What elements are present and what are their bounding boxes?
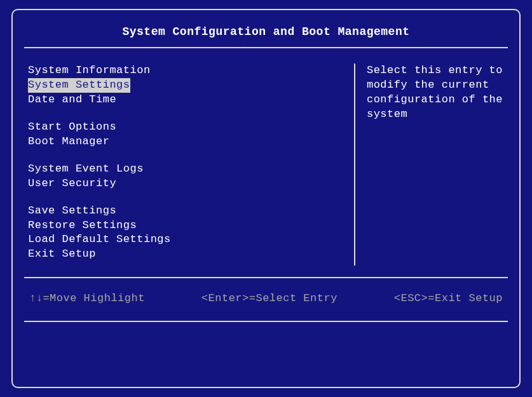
hint-move: ↑↓=Move Highlight bbox=[29, 292, 145, 304]
menu-group: System Information System Settings Date … bbox=[28, 64, 343, 107]
menu-item-user-security[interactable]: User Security bbox=[28, 177, 343, 191]
hint-esc: <ESC>=Exit Setup bbox=[394, 292, 503, 304]
menu-item-load-default-settings[interactable]: Load Default Settings bbox=[28, 232, 343, 247]
menu-item-system-settings[interactable]: System Settings bbox=[28, 78, 130, 93]
body-area: System Information System Settings Date … bbox=[24, 48, 508, 277]
page-title: System Configuration and Boot Management bbox=[24, 19, 508, 47]
menu-item-restore-settings[interactable]: Restore Settings bbox=[28, 219, 343, 233]
hint-enter: <Enter>=Select Entry bbox=[201, 292, 338, 304]
key-hints: ↑↓=Move Highlight <Enter>=Select Entry <… bbox=[24, 278, 508, 321]
menu-item-save-settings[interactable]: Save Settings bbox=[28, 204, 343, 219]
menu-column: System Information System Settings Date … bbox=[27, 64, 343, 266]
help-panel: Select this entry to modify the current … bbox=[367, 64, 505, 266]
menu-item-system-information[interactable]: System Information bbox=[28, 64, 343, 78]
divider-vertical bbox=[354, 64, 355, 266]
menu-group: Save Settings Restore Settings Load Defa… bbox=[28, 204, 343, 262]
divider-bottom bbox=[24, 321, 508, 322]
bios-frame: System Configuration and Boot Management… bbox=[11, 9, 521, 388]
menu-group: Start Options Boot Manager bbox=[28, 120, 343, 149]
menu-item-system-event-logs[interactable]: System Event Logs bbox=[28, 162, 343, 177]
help-text: Select this entry to modify the current … bbox=[367, 64, 505, 122]
menu-item-start-options[interactable]: Start Options bbox=[28, 120, 343, 135]
menu-item-exit-setup[interactable]: Exit Setup bbox=[28, 247, 343, 262]
menu-item-date-and-time[interactable]: Date and Time bbox=[28, 93, 343, 107]
menu-item-boot-manager[interactable]: Boot Manager bbox=[28, 135, 343, 149]
menu-group: System Event Logs User Security bbox=[28, 162, 343, 191]
